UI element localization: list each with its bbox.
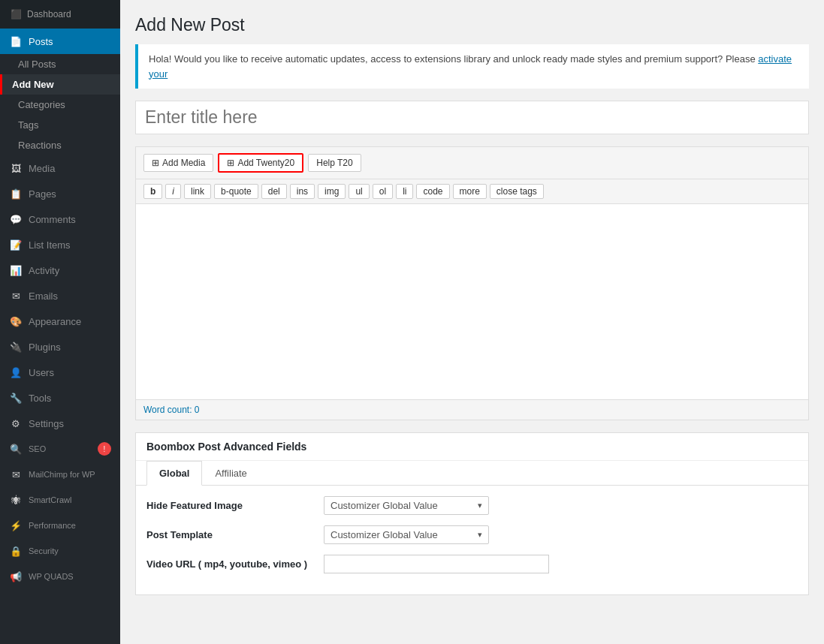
field-row-post-template: Post Template Customizer Global Value ▾ bbox=[146, 525, 798, 544]
emails-icon: ✉ bbox=[9, 289, 23, 302]
field-input-video-url[interactable] bbox=[324, 555, 549, 573]
field-select-hide-featured-image-value: Customizer Global Value bbox=[331, 500, 438, 511]
sidebar-item-mailchimp-label: MailChimp for WP bbox=[29, 470, 95, 479]
field-row-video-url: Video URL ( mp4, youtube, vimeo ) bbox=[146, 555, 798, 573]
editor-toolbar-top: ⊞ Add Media ⊞ Add Twenty20 Help T20 bbox=[136, 147, 808, 179]
word-count-bar: Word count: 0 bbox=[136, 399, 808, 420]
main-content: Add New Post Hola! Would you like to rec… bbox=[120, 0, 824, 644]
sidebar-item-tools[interactable]: 🔧 Tools bbox=[0, 385, 120, 411]
chevron-down-icon-2: ▾ bbox=[478, 530, 482, 540]
dashboard-icon: ⬛ bbox=[9, 8, 23, 21]
media-icon: 🖼 bbox=[9, 161, 23, 175]
seo-icon: 🔍 bbox=[9, 442, 23, 456]
format-bquote-button[interactable]: b-quote bbox=[214, 184, 258, 199]
format-li-button[interactable]: li bbox=[396, 184, 413, 199]
format-bold-button[interactable]: b bbox=[143, 184, 162, 199]
sidebar-item-list-items[interactable]: 📝 List Items bbox=[0, 232, 120, 257]
help-t20-button[interactable]: Help T20 bbox=[308, 154, 361, 172]
boombox-fields: Hide Featured Image Customizer Global Va… bbox=[136, 486, 808, 594]
sidebar-sub-categories[interactable]: Categories bbox=[0, 95, 120, 115]
wpquads-icon: 📢 bbox=[9, 570, 23, 583]
sidebar-item-media[interactable]: 🖼 Media bbox=[0, 155, 120, 181]
format-code-button[interactable]: code bbox=[416, 184, 449, 199]
settings-icon: ⚙ bbox=[9, 417, 23, 430]
sidebar-item-mailchimp[interactable]: ✉ MailChimp for WP bbox=[0, 462, 120, 487]
posts-icon: 📄 bbox=[9, 35, 23, 48]
sidebar-sub-tags[interactable]: Tags bbox=[0, 115, 120, 135]
notice-text: Hola! Would you like to receive automati… bbox=[149, 53, 758, 65]
users-icon: 👤 bbox=[9, 366, 23, 379]
sidebar-item-settings-label: Settings bbox=[29, 418, 64, 429]
sidebar-item-seo[interactable]: 🔍 SEO ! bbox=[0, 436, 120, 462]
sidebar-item-pages[interactable]: 📋 Pages bbox=[0, 181, 120, 206]
format-ol-button[interactable]: ol bbox=[373, 184, 393, 199]
format-more-button[interactable]: more bbox=[453, 184, 487, 199]
format-ul-button[interactable]: ul bbox=[349, 184, 369, 199]
chevron-down-icon: ▾ bbox=[478, 501, 482, 510]
field-label-hide-featured-image: Hide Featured Image bbox=[146, 500, 312, 511]
sidebar-item-settings[interactable]: ⚙ Settings bbox=[0, 411, 120, 436]
sidebar-item-pages-label: Pages bbox=[29, 188, 56, 200]
activity-icon: 📊 bbox=[9, 263, 23, 277]
tools-icon: 🔧 bbox=[9, 391, 23, 405]
security-icon: 🔒 bbox=[9, 544, 23, 558]
sidebar-item-smartcrawl[interactable]: 🕷 SmartCrawl bbox=[0, 487, 120, 513]
add-media-button[interactable]: ⊞ Add Media bbox=[143, 154, 213, 172]
appearance-icon: 🎨 bbox=[9, 314, 23, 328]
sidebar-logo[interactable]: ⬛ Dashboard bbox=[0, 0, 120, 29]
sidebar-item-performance[interactable]: ⚡ Performance bbox=[0, 513, 120, 538]
help-t20-label: Help T20 bbox=[316, 158, 352, 168]
sidebar-item-wpquads-label: WP QUADS bbox=[29, 572, 74, 581]
add-twenty20-icon: ⊞ bbox=[227, 158, 234, 168]
word-count-label: Word count: bbox=[143, 405, 192, 415]
field-label-video-url: Video URL ( mp4, youtube, vimeo ) bbox=[146, 558, 312, 570]
sidebar-item-security-label: Security bbox=[29, 546, 59, 555]
editor-toolbar-format: b i link b-quote del ins img ul ol li co… bbox=[136, 179, 808, 204]
sidebar-item-list-items-label: List Items bbox=[29, 239, 71, 251]
sidebar-logo-label: Dashboard bbox=[27, 9, 71, 20]
sidebar-item-comments-label: Comments bbox=[29, 214, 76, 225]
format-img-button[interactable]: img bbox=[318, 184, 346, 199]
editor-content-area[interactable] bbox=[136, 204, 808, 399]
sidebar-sub-reactions[interactable]: Reactions bbox=[0, 135, 120, 155]
post-title-input[interactable] bbox=[135, 101, 809, 134]
sidebar-item-users[interactable]: 👤 Users bbox=[0, 360, 120, 385]
sidebar-item-emails-label: Emails bbox=[29, 290, 58, 302]
boombox-title: Boombox Post Advanced Fields bbox=[136, 433, 808, 461]
field-select-hide-featured-image[interactable]: Customizer Global Value ▾ bbox=[324, 496, 489, 515]
sidebar-item-security[interactable]: 🔒 Security bbox=[0, 538, 120, 564]
tab-affiliate[interactable]: Affiliate bbox=[202, 461, 259, 486]
sidebar-item-seo-label: SEO bbox=[29, 444, 46, 453]
sidebar-item-wpquads[interactable]: 📢 WP QUADS bbox=[0, 564, 120, 589]
sidebar-item-appearance[interactable]: 🎨 Appearance bbox=[0, 308, 120, 334]
format-link-button[interactable]: link bbox=[184, 184, 211, 199]
add-twenty20-label: Add Twenty20 bbox=[237, 158, 294, 168]
tab-global[interactable]: Global bbox=[146, 461, 202, 486]
field-select-post-template-value: Customizer Global Value bbox=[331, 529, 438, 540]
format-italic-button[interactable]: i bbox=[165, 184, 181, 199]
sidebar-item-emails[interactable]: ✉ Emails bbox=[0, 283, 120, 308]
sidebar-item-plugins[interactable]: 🔌 Plugins bbox=[0, 334, 120, 360]
sidebar-sub-all-posts[interactable]: All Posts bbox=[0, 54, 120, 74]
boombox-tabs: Global Affiliate bbox=[136, 461, 808, 486]
mailchimp-icon: ✉ bbox=[9, 468, 23, 481]
sidebar-item-users-label: Users bbox=[29, 367, 54, 378]
sidebar-item-plugins-label: Plugins bbox=[29, 342, 61, 353]
sidebar-sub-add-new[interactable]: Add New bbox=[0, 74, 120, 95]
add-media-icon: ⊞ bbox=[152, 158, 159, 168]
format-ins-button[interactable]: ins bbox=[290, 184, 315, 199]
format-close-tags-button[interactable]: close tags bbox=[490, 184, 544, 199]
add-twenty20-button[interactable]: ⊞ Add Twenty20 bbox=[218, 153, 303, 173]
add-media-label: Add Media bbox=[162, 158, 205, 168]
sidebar-item-posts[interactable]: 📄 Posts bbox=[0, 29, 120, 54]
field-select-post-template[interactable]: Customizer Global Value ▾ bbox=[324, 525, 489, 544]
sidebar-item-posts-label: Posts bbox=[29, 36, 53, 47]
list-items-icon: 📝 bbox=[9, 238, 23, 251]
smartcrawl-icon: 🕷 bbox=[9, 493, 23, 507]
format-del-button[interactable]: del bbox=[261, 184, 287, 199]
page-title: Add New Post bbox=[135, 15, 809, 35]
sidebar-item-comments[interactable]: 💬 Comments bbox=[0, 206, 120, 232]
sidebar-item-media-label: Media bbox=[29, 163, 55, 174]
sidebar-item-activity[interactable]: 📊 Activity bbox=[0, 257, 120, 283]
sidebar-item-performance-label: Performance bbox=[29, 521, 76, 530]
